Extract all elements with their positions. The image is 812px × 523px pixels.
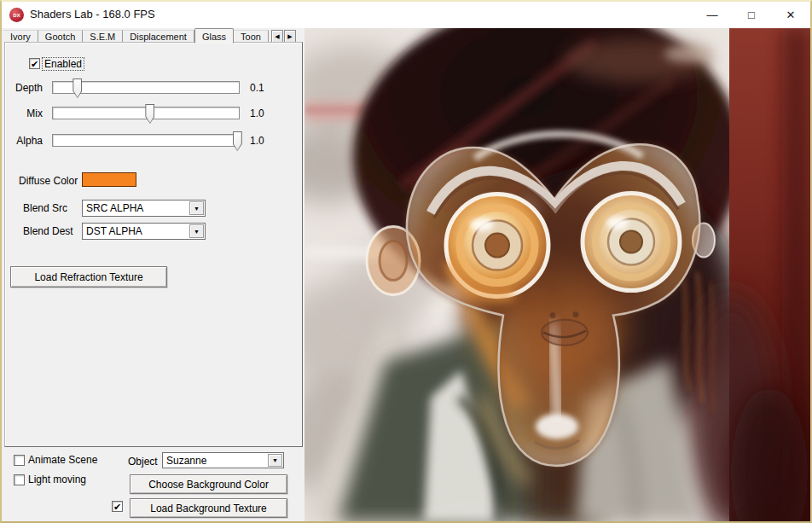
controls-panel: Ivory Gootch S.E.M Displacement Glass To… bbox=[2, 28, 304, 521]
mix-slider-thumb[interactable] bbox=[145, 104, 154, 124]
render-viewport[interactable] bbox=[304, 28, 810, 521]
depth-slider[interactable] bbox=[52, 81, 240, 94]
mix-value: 1.0 bbox=[250, 108, 264, 119]
close-button-icon[interactable]: ✕ bbox=[771, 2, 810, 28]
viewport-render bbox=[304, 28, 810, 521]
depth-value: 0.1 bbox=[250, 82, 264, 94]
animate-scene-label[interactable]: Animate Scene bbox=[28, 454, 97, 466]
app-window: DX Shaders Lab - 168.0 FPS — □ ✕ Ivory G… bbox=[0, 0, 812, 523]
object-dropdown-icon[interactable]: ▼ bbox=[268, 454, 282, 467]
light-moving-checkbox[interactable] bbox=[14, 474, 25, 485]
blend-src-value: SRC ALPHA bbox=[86, 202, 143, 214]
load-background-texture-checkbox[interactable]: ✔ bbox=[112, 501, 123, 512]
object-value: Suzanne bbox=[166, 455, 206, 467]
enabled-label[interactable]: Enabled bbox=[43, 58, 84, 70]
enabled-checkbox[interactable]: ✔ bbox=[29, 58, 40, 69]
tab-gootch[interactable]: Gootch bbox=[38, 30, 83, 43]
blend-dest-value: DST ALPHA bbox=[86, 225, 142, 237]
blend-dest-dropdown-icon[interactable]: ▼ bbox=[189, 224, 204, 238]
blend-dest-combo[interactable]: DST ALPHA ▼ bbox=[82, 223, 206, 240]
blend-src-combo[interactable]: SRC ALPHA ▼ bbox=[82, 200, 206, 217]
object-combo[interactable]: Suzanne ▼ bbox=[162, 452, 284, 468]
app-icon[interactable]: DX bbox=[9, 8, 24, 22]
mix-slider[interactable] bbox=[52, 107, 240, 119]
alpha-value: 1.0 bbox=[250, 135, 264, 147]
alpha-slider-row: Alpha 1.0 bbox=[5, 134, 302, 154]
load-refraction-texture-button[interactable]: Load Refraction Texture bbox=[10, 266, 167, 288]
shader-tabs: Ivory Gootch S.E.M Displacement Glass To… bbox=[3, 29, 303, 43]
glass-tab-page: ✔ Enabled Depth 0.1 Mix 1.0 bbox=[4, 42, 303, 447]
object-label: Object bbox=[128, 456, 158, 468]
minimize-button-icon[interactable]: — bbox=[693, 2, 732, 28]
tab-scroll-right-icon[interactable]: ▶ bbox=[284, 30, 296, 43]
tab-scroll-buttons: ◀ ▶ bbox=[270, 30, 296, 43]
blend-dest-label: Blend Dest bbox=[23, 225, 73, 237]
load-background-texture-button[interactable]: Load Background Texture bbox=[130, 498, 287, 518]
window-title: Shaders Lab - 168.0 FPS bbox=[30, 8, 155, 20]
mix-label: Mix bbox=[5, 108, 43, 119]
alpha-label: Alpha bbox=[5, 135, 43, 147]
animate-scene-checkbox[interactable] bbox=[14, 455, 25, 466]
alpha-slider-thumb[interactable] bbox=[233, 131, 242, 151]
mix-slider-row: Mix 1.0 bbox=[5, 107, 302, 127]
depth-slider-row: Depth 0.1 bbox=[5, 81, 302, 102]
depth-slider-thumb[interactable] bbox=[72, 78, 82, 98]
tab-glass[interactable]: Glass bbox=[194, 28, 234, 44]
tab-ivory[interactable]: Ivory bbox=[3, 30, 38, 43]
window-controls: — □ ✕ bbox=[693, 2, 810, 28]
window-content: Ivory Gootch S.E.M Displacement Glass To… bbox=[2, 28, 810, 521]
blend-src-dropdown-icon[interactable]: ▼ bbox=[189, 201, 204, 215]
diffuse-color-swatch[interactable] bbox=[82, 172, 136, 187]
blend-src-label: Blend Src bbox=[23, 202, 67, 214]
choose-background-color-button[interactable]: Choose Background Color bbox=[130, 474, 287, 494]
title-bar: DX Shaders Lab - 168.0 FPS — □ ✕ bbox=[2, 2, 810, 28]
maximize-button-icon[interactable]: □ bbox=[732, 2, 771, 28]
alpha-slider[interactable] bbox=[52, 134, 240, 147]
tab-scroll-left-icon[interactable]: ◀ bbox=[271, 30, 283, 43]
depth-label: Depth bbox=[5, 82, 43, 94]
diffuse-color-label: Diffuse Color bbox=[19, 175, 78, 187]
tab-displacement[interactable]: Displacement bbox=[123, 30, 194, 43]
light-moving-label[interactable]: Light moving bbox=[28, 474, 86, 485]
tab-toon[interactable]: Toon bbox=[234, 30, 269, 43]
tab-sem[interactable]: S.E.M bbox=[83, 30, 123, 43]
